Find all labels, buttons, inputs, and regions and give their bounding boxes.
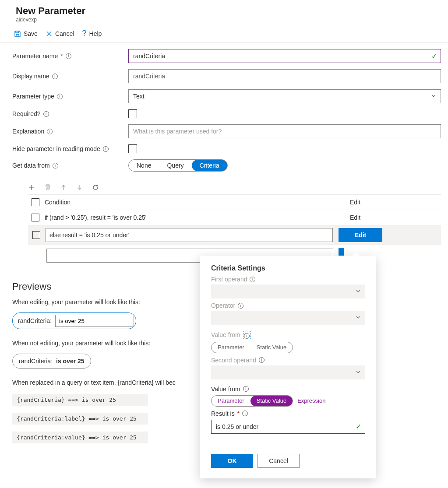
explanation-label: Explanation xyxy=(12,128,44,135)
info-icon[interactable]: i xyxy=(53,163,58,169)
save-button[interactable]: Save xyxy=(14,30,38,37)
parameter-name-label: Parameter name xyxy=(12,53,58,60)
info-icon[interactable]: i xyxy=(244,333,250,339)
display-name-value: randCriteria xyxy=(133,73,165,80)
save-label: Save xyxy=(24,30,38,37)
required-asterisk: * xyxy=(60,53,63,60)
pill-parameter[interactable]: Parameter xyxy=(212,342,250,353)
help-label: Help xyxy=(89,30,102,37)
parameter-type-select[interactable]: Text xyxy=(128,89,441,103)
pill-criteria[interactable]: Criteria xyxy=(192,160,227,171)
hide-param-checkbox[interactable] xyxy=(128,144,137,153)
result-is-value: is 0.25 or under xyxy=(216,423,258,430)
chip-value-plain: is over 25 xyxy=(56,358,85,365)
chip-label: randCriteria: xyxy=(18,317,52,324)
code-preview-1: {randCriteria} ==> is over 25 xyxy=(12,394,148,406)
move-down-icon[interactable] xyxy=(76,184,82,191)
delete-icon[interactable] xyxy=(45,184,51,191)
value-from-group-1: Parameter Static Value xyxy=(211,342,293,353)
condition-text: if (rand > '0.25'), result = 'is over 0.… xyxy=(45,214,146,221)
check-icon: ✓ xyxy=(356,422,361,431)
page-subtitle: aidevexp xyxy=(16,17,441,23)
pill-expression[interactable]: Expression xyxy=(297,397,325,404)
cancel-button[interactable]: Cancel xyxy=(46,30,74,37)
pill-static-value[interactable]: Static Value xyxy=(250,342,293,353)
select-all-checkbox[interactable] xyxy=(32,198,39,206)
chevron-down-icon xyxy=(356,314,361,321)
get-data-from-label: Get data from xyxy=(12,162,50,169)
move-up-icon[interactable] xyxy=(60,184,67,191)
first-operand-label: First operand xyxy=(211,276,247,283)
parameter-name-input[interactable]: randCriteria ✓ xyxy=(128,49,441,63)
info-icon[interactable]: i xyxy=(238,303,243,309)
edit-header: Edit xyxy=(333,199,377,206)
criteria-settings-popover: Criteria Settings First operand i Operat… xyxy=(200,256,376,464)
get-data-from-group: None Query Criteria xyxy=(128,159,228,172)
info-icon[interactable]: i xyxy=(52,74,58,79)
refresh-icon[interactable] xyxy=(92,184,99,191)
required-label: Required? xyxy=(12,110,41,117)
cancel-button[interactable]: Cancel xyxy=(258,454,300,465)
divider xyxy=(0,42,448,43)
pill-static-value[interactable]: Static Value xyxy=(250,396,293,406)
parameter-name-value: randCriteria xyxy=(133,53,165,60)
condition-input-value: else result = 'is 0.25 or under' xyxy=(49,232,129,239)
info-icon[interactable]: i xyxy=(57,94,63,99)
close-icon xyxy=(46,30,53,37)
result-is-label: Result is xyxy=(211,410,235,417)
required-asterisk: * xyxy=(237,410,240,417)
condition-input[interactable]: else result = 'is 0.25 or under' xyxy=(46,228,333,242)
value-from-group-2: Parameter Static Value xyxy=(211,395,293,407)
info-icon[interactable]: i xyxy=(43,111,49,117)
explanation-placeholder: What is this parameter used for? xyxy=(133,128,222,135)
edit-link[interactable]: Edit xyxy=(333,214,377,221)
toolbar: Save Cancel ? Help xyxy=(12,27,441,42)
parameter-type-value: Text xyxy=(133,93,145,100)
chevron-down-icon xyxy=(431,93,436,100)
first-operand-select[interactable] xyxy=(211,284,365,298)
add-icon[interactable] xyxy=(28,184,35,191)
check-icon: ✓ xyxy=(431,52,437,60)
chevron-down-icon xyxy=(356,369,361,376)
code-preview-2: {randCriteria:label} ==> is over 25 xyxy=(12,413,148,425)
info-icon[interactable]: i xyxy=(250,277,255,282)
explanation-input[interactable]: What is this parameter used for? xyxy=(128,124,441,138)
parameter-type-label: Parameter type xyxy=(12,93,54,100)
ok-button[interactable]: OK xyxy=(211,454,253,465)
info-icon[interactable]: i xyxy=(66,53,71,59)
code-preview-3: {randCriteria:value} ==> is over 25 xyxy=(12,432,148,443)
info-icon[interactable]: i xyxy=(47,129,53,134)
condition-header: Condition xyxy=(45,199,71,206)
preview-editing-chip: randCriteria: xyxy=(12,312,136,329)
popover-title: Criteria Settings xyxy=(211,264,365,272)
value-from-label-2: Value from xyxy=(211,386,240,393)
page-title: New Parameter xyxy=(16,5,441,17)
operator-select[interactable] xyxy=(211,311,365,325)
info-icon[interactable]: i xyxy=(242,411,248,416)
pill-parameter[interactable]: Parameter xyxy=(212,396,250,406)
display-name-input[interactable]: randCriteria xyxy=(128,69,441,83)
chip-label-plain: randCriteria: xyxy=(19,358,53,365)
save-icon xyxy=(14,30,21,37)
pill-query[interactable]: Query xyxy=(159,160,191,171)
preview-readonly-chip: randCriteria: is over 25 xyxy=(12,354,91,369)
info-icon[interactable]: i xyxy=(103,146,109,152)
info-icon[interactable]: i xyxy=(259,357,265,363)
second-operand-select[interactable] xyxy=(211,365,365,379)
info-icon[interactable]: i xyxy=(243,386,249,392)
second-operand-label: Second operand xyxy=(211,357,256,364)
required-checkbox[interactable] xyxy=(128,109,137,118)
row-checkbox[interactable] xyxy=(32,231,40,239)
help-icon: ? xyxy=(82,29,87,38)
chip-input[interactable] xyxy=(55,315,134,327)
hide-param-label: Hide parameter in reading mode xyxy=(12,145,100,152)
edit-button[interactable]: Edit xyxy=(339,228,382,242)
result-is-input[interactable]: is 0.25 or under ✓ xyxy=(211,420,365,434)
pill-none[interactable]: None xyxy=(129,160,159,171)
operator-label: Operator xyxy=(211,302,235,309)
chevron-down-icon xyxy=(356,288,361,295)
help-button[interactable]: ? Help xyxy=(82,29,102,38)
row-checkbox[interactable] xyxy=(32,214,39,221)
cancel-label: Cancel xyxy=(55,30,74,37)
display-name-label: Display name xyxy=(12,73,49,80)
